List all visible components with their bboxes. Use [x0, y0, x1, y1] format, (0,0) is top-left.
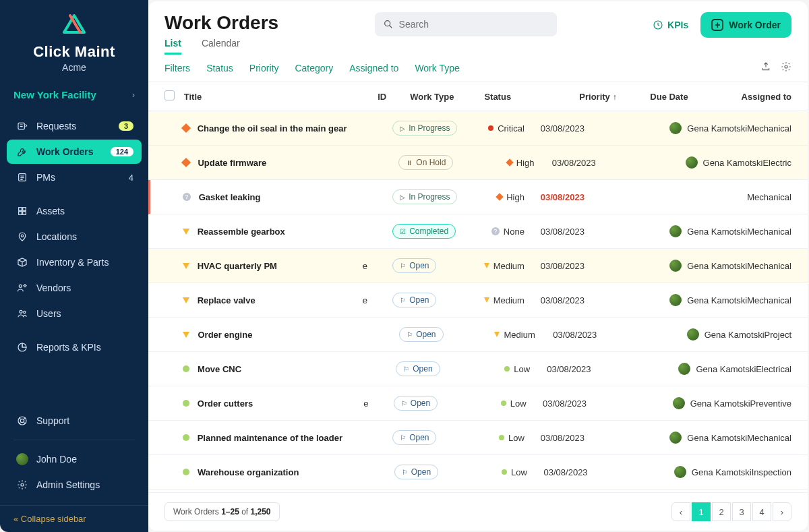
row-id: e — [363, 398, 394, 409]
new-work-order-button[interactable]: + Work Order — [700, 12, 791, 38]
row-due-date: 03/08/2023 — [525, 192, 591, 202]
row-title: Move CNC — [198, 364, 241, 374]
col-id[interactable]: ID — [378, 92, 410, 102]
topbar: Work Orders ListCalendar KPIs + Work Ord… — [148, 1, 808, 55]
pm-icon — [15, 171, 30, 183]
table-row[interactable]: Update firmware ⏸ On Hold High 03/08/202… — [148, 146, 808, 180]
avatar-icon — [687, 328, 699, 341]
row-priority: Low — [466, 364, 530, 374]
table-row[interactable]: ? Gasket leaking ▷ In Progress High 03/0… — [148, 180, 808, 214]
table-row[interactable]: Change the oil seal in the main gear ▷ I… — [148, 111, 808, 146]
sidebar-item-support[interactable]: Support — [7, 409, 142, 433]
filter-work-type[interactable]: Work Type — [415, 63, 459, 73]
sidebar-item-admin-settings[interactable]: Admin Settings — [7, 473, 142, 497]
status-pill: ⚐ Open — [392, 258, 436, 273]
sidebar-item-label: Assets — [36, 206, 133, 216]
svg-point-10 — [24, 311, 26, 313]
lifebuoy-icon — [15, 415, 30, 427]
status-label: In Progress — [409, 192, 450, 202]
sidebar-item-john-doe[interactable]: John Doe — [7, 447, 142, 471]
table-row[interactable]: Order cutters e ⚐ Open Low 03/08/2023 Ge… — [148, 386, 808, 421]
sidebar-item-inventory-parts[interactable]: Inventory & Parts — [7, 250, 142, 274]
pager-page-4[interactable]: 4 — [752, 502, 771, 521]
select-all-checkbox[interactable] — [164, 90, 175, 100]
row-priority-icon — [183, 400, 189, 407]
status-pill: ☑ Completed — [392, 224, 456, 239]
row-title: Warehouse organization — [198, 467, 299, 477]
sidebar-item-label: Locations — [36, 231, 133, 242]
collapse-sidebar[interactable]: « Collapse sidebar — [0, 505, 148, 532]
tab-list[interactable]: List — [164, 38, 181, 55]
sidebar-item-label: Reports & KPIs — [36, 342, 133, 353]
row-title: Replace valve — [198, 295, 256, 305]
priority-low-icon — [499, 435, 504, 440]
table-row[interactable]: HVAC quarterly PM e ⚐ Open Medium 03/08/… — [148, 249, 808, 283]
table-row[interactable]: Move CNC ⚐ Open Low 03/08/2023 Gena Kamo… — [148, 352, 808, 386]
pager-page-3[interactable]: 3 — [732, 502, 751, 521]
status-pill: ⚐ Open — [392, 430, 436, 445]
row-id: e — [363, 295, 392, 305]
gear-people-icon — [15, 282, 30, 294]
brand-org: Acme — [13, 62, 135, 73]
col-date[interactable]: Due Date — [624, 92, 688, 102]
col-type[interactable]: Work Type — [410, 92, 484, 102]
sidebar-item-vendors[interactable]: Vendors — [7, 276, 142, 300]
col-assigned[interactable]: Assigned to — [688, 92, 791, 102]
status-label: On Hold — [416, 158, 446, 167]
row-due-date: 03/08/2023 — [530, 364, 597, 374]
priority-medium-icon — [494, 332, 500, 337]
filter-assigned-to[interactable]: Assigned to — [349, 63, 398, 73]
priority-label: Medium — [493, 295, 525, 305]
row-title: Gasket leaking — [199, 192, 261, 202]
svg-rect-0 — [18, 123, 24, 129]
col-priority[interactable]: Priority↑ — [552, 92, 624, 102]
pager-page-1[interactable]: 1 — [692, 502, 711, 521]
avatar-icon — [669, 432, 682, 444]
row-priority-icon — [183, 434, 189, 441]
priority-label: Low — [510, 398, 527, 409]
settings-icon[interactable] — [781, 61, 791, 75]
filter-status[interactable]: Status — [206, 63, 233, 73]
filter-filters[interactable]: Filters — [164, 63, 190, 73]
row-priority-icon — [183, 297, 189, 303]
kpis-link[interactable]: KPIs — [653, 20, 688, 30]
row-category: Electric — [762, 158, 791, 168]
status-pill: ⚐ Open — [399, 327, 443, 342]
row-priority-icon — [183, 229, 189, 235]
table-row[interactable]: Planned maintenance of the loader ⚐ Open… — [148, 421, 808, 455]
tab-calendar[interactable]: Calendar — [202, 38, 240, 55]
sidebar-item-locations[interactable]: Locations — [7, 225, 142, 249]
sidebar-item-pms[interactable]: PMs 4 — [7, 165, 142, 189]
status-icon: ▷ — [400, 194, 405, 201]
pager-prev[interactable]: ‹ — [671, 502, 690, 521]
table-row[interactable]: Replace valve e ⚐ Open Medium 03/08/2023… — [148, 283, 808, 318]
search-input[interactable] — [375, 12, 557, 36]
pager-next[interactable]: › — [773, 502, 791, 521]
assignee-name: Gena Kamotski — [687, 123, 747, 134]
col-status[interactable]: Status — [484, 92, 552, 102]
export-icon[interactable] — [760, 61, 771, 75]
row-due-date: 03/08/2023 — [534, 158, 602, 168]
sidebar-item-reports-kpis[interactable]: Reports & KPIs — [7, 335, 142, 359]
row-category: Inspection — [752, 467, 791, 477]
sidebar-item-label: Inventory & Parts — [36, 257, 133, 268]
table-row[interactable]: Warehouse organization ⚐ Open Low 03/08/… — [148, 455, 808, 490]
col-title[interactable]: Title — [184, 92, 378, 102]
sidebar-item-work-orders[interactable]: Work Orders 124 — [7, 140, 142, 164]
priority-high-icon — [506, 158, 513, 166]
table-row[interactable]: Reassemble gearbox ☑ Completed ? None 03… — [148, 214, 808, 249]
status-icon: ⏸ — [406, 159, 413, 167]
sidebar-item-assets[interactable]: Assets — [7, 199, 142, 223]
pager-page-2[interactable]: 2 — [712, 502, 731, 521]
priority-label: High — [506, 192, 525, 202]
sidebar-item-requests[interactable]: Requests 3 — [7, 114, 142, 138]
row-assignee: Gena Kamotski — [655, 466, 751, 478]
filter-row: FiltersStatusPriorityCategoryAssigned to… — [148, 55, 808, 82]
filter-category[interactable]: Category — [295, 63, 333, 73]
sidebar-item-users[interactable]: Users — [7, 301, 142, 326]
assignee-name: Gena Kamotski — [692, 467, 752, 477]
row-assignee: Gena Kamotski — [659, 363, 756, 375]
facility-selector[interactable]: New York Facility › — [0, 80, 148, 110]
filter-priority[interactable]: Priority — [249, 63, 279, 73]
table-row[interactable]: Order engine ⚐ Open Medium 03/08/2023 Ge… — [148, 318, 808, 352]
